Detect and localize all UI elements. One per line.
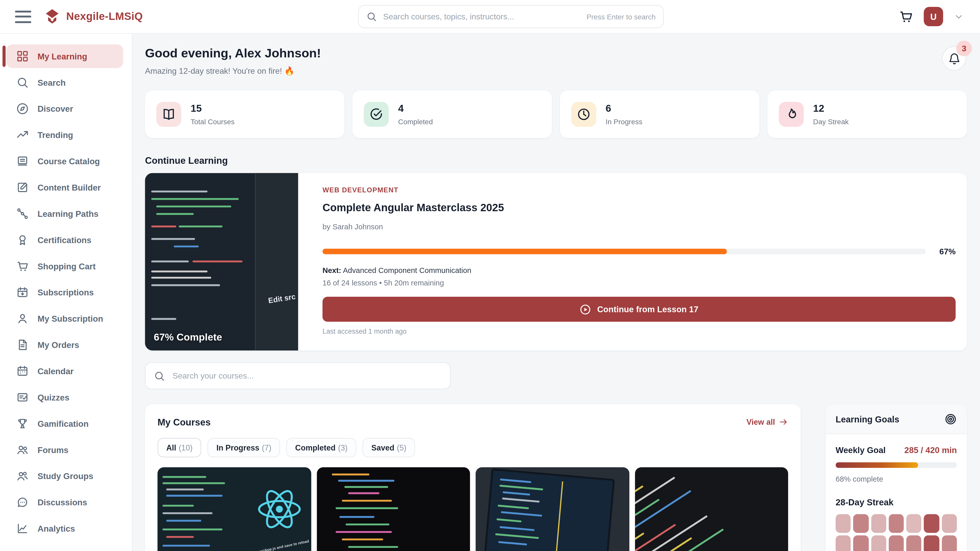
stat-label: Completed (398, 118, 433, 125)
streak-day-cell (942, 535, 957, 551)
sidebar-item-my-learning[interactable]: My Learning (6, 44, 123, 68)
search-icon (366, 11, 377, 22)
sidebar-item-label: Discover (38, 104, 73, 114)
sidebar-item-label: My Subscription (38, 314, 103, 324)
sidebar-item-gamification[interactable]: Gamification (6, 412, 123, 435)
sidebar-item-label: Shopping Cart (38, 262, 96, 271)
sidebar-item-label: Search (38, 78, 65, 87)
course-thumbnail-dark-code[interactable] (317, 467, 470, 551)
learning-goals-card: Learning Goals Weekly Goal 285 / 420 min… (826, 404, 967, 551)
sidebar-item-label: Calendar (38, 366, 74, 376)
stat-value: 6 (606, 103, 642, 114)
sidebar-item-calendar[interactable]: Calendar (6, 359, 123, 383)
sidebar-item-analytics[interactable]: Analytics (6, 516, 123, 540)
calendar-down-icon (16, 286, 29, 299)
streak-day-cell (924, 535, 939, 551)
tab-completed[interactable]: Completed (3) (286, 438, 356, 457)
course-filter-tabs: All (10)In Progress (7)Completed (3)Save… (158, 438, 788, 457)
tab-all[interactable]: All (10) (158, 438, 201, 457)
global-search: Press Enter to search (358, 5, 664, 28)
sidebar-item-label: Certifications (38, 235, 91, 245)
target-icon (944, 413, 957, 425)
sidebar-item-subscriptions[interactable]: Subscriptions (6, 281, 123, 304)
course-thumbnails: Edit src/App.js and save to reloadLearn … (158, 467, 788, 551)
notifications-button[interactable]: 3 (942, 46, 966, 71)
group-icon (16, 470, 29, 483)
sidebar-item-study-groups[interactable]: Study Groups (6, 464, 123, 488)
streak-day-cell (853, 535, 869, 551)
sidebar-item-label: My Learning (38, 52, 87, 61)
avatar[interactable]: U (924, 7, 943, 26)
weekly-goal-progress-fill (835, 462, 918, 468)
course-image[interactable]: Edit src 67% Complete (145, 173, 298, 351)
course-thumbnail-react-code[interactable]: Edit src/App.js and save to reloadLearn … (158, 467, 311, 551)
sidebar-item-quizzes[interactable]: Quizzes (6, 386, 123, 409)
sidebar-item-shopping-cart[interactable]: Shopping Cart (6, 254, 123, 278)
chevron-down-icon[interactable] (954, 11, 964, 21)
users-icon (16, 444, 29, 456)
stat-card-day-streak: 12Day Streak (767, 91, 967, 138)
sidebar-item-discussions[interactable]: Discussions (6, 490, 123, 514)
stat-label: Total Courses (191, 118, 234, 125)
course-title[interactable]: Complete Angular Masterclass 2025 (323, 202, 956, 214)
weekly-goal-progress-bar (835, 462, 957, 468)
course-progress-bar (323, 249, 926, 254)
calendar-icon (16, 365, 29, 377)
learning-goals-title: Learning Goals (835, 414, 899, 424)
sidebar-item-label: Trending (38, 130, 73, 140)
weekly-goal-percent: 68% complete (835, 475, 957, 483)
image-progress-overlay: 67% Complete (154, 332, 222, 343)
chat-icon (16, 496, 29, 508)
streak-day-cell (906, 535, 921, 551)
file-icon (16, 338, 29, 351)
course-search-input[interactable] (171, 370, 442, 381)
sidebar-item-my-orders[interactable]: My Orders (6, 333, 123, 357)
sidebar-item-content-builder[interactable]: Content Builder (6, 176, 123, 199)
course-category: WEB DEVELOPMENT (323, 186, 956, 194)
streak-day-cell (871, 514, 886, 533)
streak-day-cell (889, 514, 904, 533)
streak-subtitle: Amazing 12-day streak! You're on fire! 🔥 (145, 66, 321, 76)
sidebar-item-discover[interactable]: Discover (6, 97, 123, 121)
sidebar-item-search[interactable]: Search (6, 71, 123, 94)
course-progress-fill (323, 249, 727, 254)
grid-icon (16, 50, 29, 62)
sidebar-item-label: Discussions (38, 498, 87, 507)
trophy-icon (16, 417, 29, 430)
stat-card-in-progress: 6In Progress (560, 91, 759, 138)
menu-icon[interactable] (15, 10, 32, 23)
next-lesson: Next: Advanced Component Communication (323, 266, 956, 275)
top-header: Nexgile-LMSiQ Press Enter to search U (0, 0, 980, 34)
stat-value: 4 (398, 103, 433, 114)
global-search-input[interactable] (382, 11, 581, 22)
sidebar-item-my-subscription[interactable]: My Subscription (6, 306, 123, 330)
stat-value: 12 (813, 103, 849, 114)
tab-saved[interactable]: Saved (5) (363, 438, 415, 457)
brand[interactable]: Nexgile-LMSiQ (44, 8, 143, 25)
view-all-link[interactable]: View all (746, 417, 788, 427)
streak-day-cell (871, 535, 886, 551)
cart-icon[interactable] (899, 10, 913, 24)
sidebar-item-certifications[interactable]: Certifications (6, 228, 123, 252)
my-courses-card: My Courses View all All (10)In Progress … (145, 404, 800, 551)
tab-in-progress[interactable]: In Progress (7) (208, 438, 280, 457)
sidebar-nav: My LearningSearchDiscoverTrendingCourse … (0, 44, 132, 540)
course-thumbnail-laptop-code[interactable] (476, 467, 629, 551)
compass-icon (16, 103, 29, 115)
sidebar-item-course-catalog[interactable]: Course Catalog (6, 149, 123, 173)
sidebar-item-forums[interactable]: Forums (6, 438, 123, 462)
stat-label: In Progress (606, 118, 642, 125)
sidebar-item-label: Forums (38, 445, 68, 454)
sidebar-item-label: Quizzes (38, 392, 69, 402)
sidebar-item-label: Course Catalog (38, 156, 100, 166)
search-icon (16, 76, 29, 89)
streak-day-cell (942, 514, 957, 533)
sidebar-item-trending[interactable]: Trending (6, 123, 123, 147)
quiz-icon (16, 391, 29, 403)
continue-button[interactable]: Continue from Lesson 17 (323, 297, 956, 322)
search-icon (154, 370, 165, 381)
my-courses-title: My Courses (158, 416, 210, 427)
course-thumbnail-angled-code[interactable] (635, 467, 788, 551)
flame-icon (779, 102, 803, 127)
sidebar-item-learning-paths[interactable]: Learning Paths (6, 202, 123, 225)
